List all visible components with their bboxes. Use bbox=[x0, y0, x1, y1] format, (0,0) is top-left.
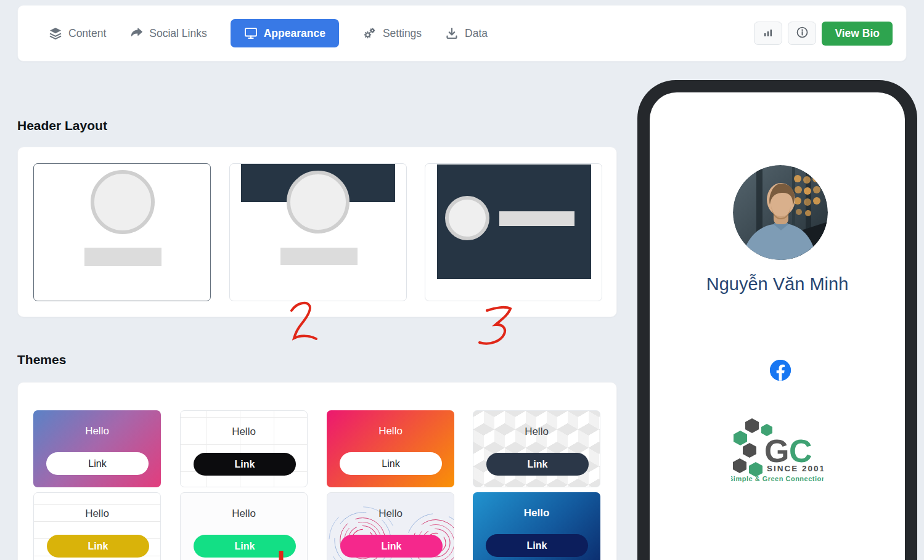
avatar-placeholder bbox=[445, 196, 489, 240]
header-layout-panel bbox=[17, 147, 617, 317]
name-placeholder bbox=[499, 211, 574, 226]
download-icon bbox=[445, 26, 459, 40]
theme-hello-text: Hello bbox=[33, 425, 161, 437]
theme-hello-text: Hello bbox=[473, 426, 600, 438]
theme-link-button: Link bbox=[47, 535, 149, 558]
themes-title: Themes bbox=[17, 352, 66, 367]
layout-option-2[interactable] bbox=[229, 163, 407, 301]
tab-data[interactable]: Data bbox=[445, 26, 488, 40]
info-circle-icon bbox=[796, 26, 809, 41]
monitor-icon bbox=[244, 26, 258, 40]
logo-tagline-text: Simple & Green Connection bbox=[731, 475, 824, 482]
tab-content[interactable]: Content bbox=[49, 26, 106, 40]
avatar-placeholder bbox=[287, 171, 350, 233]
avatar-placeholder bbox=[91, 170, 155, 234]
theme-link-button: Link bbox=[340, 452, 442, 475]
tab-social-links[interactable]: Social Links bbox=[129, 26, 206, 40]
theme-hello-text: Hello bbox=[181, 508, 307, 520]
logo-since-text: SINCE 2001 bbox=[767, 464, 824, 473]
tab-label: Appearance bbox=[264, 27, 325, 40]
theme-plain-green[interactable]: Hello Link bbox=[180, 492, 308, 560]
nav-actions: View Bio bbox=[754, 6, 893, 61]
share-icon bbox=[129, 26, 143, 40]
theme-hello-text: Hello bbox=[34, 508, 160, 520]
theme-gradient-pink-orange[interactable]: Hello Link bbox=[327, 410, 454, 487]
theme-gradient-blue[interactable]: Hello Link bbox=[473, 492, 600, 560]
theme-link-button: Link bbox=[46, 452, 149, 475]
stats-button[interactable] bbox=[754, 22, 782, 45]
themes-panel: Hello Link Hello Link Hello Link Hello L… bbox=[17, 382, 617, 560]
theme-link-button: Link bbox=[194, 453, 296, 476]
facebook-icon[interactable] bbox=[770, 360, 791, 381]
phone-preview-frame: Nguyễn Văn Minh G C SINCE 2001 bbox=[637, 80, 917, 560]
theme-hello-text: Hello bbox=[327, 425, 454, 437]
theme-swirl-pattern[interactable]: Hello Link bbox=[327, 492, 454, 560]
view-bio-button[interactable]: View Bio bbox=[822, 22, 893, 46]
tab-label: Content bbox=[68, 27, 106, 40]
theme-hello-text: Hello bbox=[327, 508, 454, 520]
nav-tabs: Content Social Links Appearance bbox=[18, 19, 488, 47]
theme-cube-pattern[interactable]: Hello Link bbox=[473, 410, 600, 487]
tab-settings[interactable]: Settings bbox=[362, 26, 422, 40]
layers-icon bbox=[49, 26, 62, 40]
profile-avatar bbox=[733, 165, 828, 260]
layout-option-3[interactable] bbox=[425, 163, 602, 301]
theme-link-button: Link bbox=[486, 534, 588, 557]
theme-ruled-paper[interactable]: Hello Link bbox=[33, 492, 161, 560]
tab-label: Data bbox=[465, 27, 488, 40]
tab-label: Settings bbox=[383, 27, 422, 40]
theme-gradient-purple-pink[interactable]: Hello Link bbox=[33, 410, 161, 487]
gears-icon bbox=[362, 26, 377, 40]
phone-preview-screen: Nguyễn Văn Minh G C SINCE 2001 bbox=[650, 92, 905, 560]
theme-hello-text: Hello bbox=[181, 426, 307, 438]
theme-link-button: Link bbox=[194, 535, 296, 558]
header-layout-title: Header Layout bbox=[17, 118, 107, 133]
tab-label: Social Links bbox=[149, 27, 206, 40]
top-navbar: Content Social Links Appearance bbox=[17, 5, 907, 62]
info-button[interactable] bbox=[788, 22, 816, 45]
bar-chart-icon bbox=[762, 26, 774, 41]
tab-appearance[interactable]: Appearance bbox=[231, 19, 339, 47]
theme-hello-text: Hello bbox=[473, 507, 600, 519]
theme-link-button: Link bbox=[486, 453, 589, 476]
layout-option-1[interactable] bbox=[33, 163, 211, 301]
profile-display-name: Nguyễn Văn Minh bbox=[650, 274, 905, 294]
name-placeholder bbox=[280, 248, 358, 265]
sgc-logo: G C SINCE 2001 Simple & Green Connection bbox=[650, 418, 905, 485]
theme-grid-paper[interactable]: Hello Link bbox=[180, 410, 308, 487]
theme-link-button: Link bbox=[340, 535, 443, 558]
name-placeholder bbox=[84, 248, 161, 266]
